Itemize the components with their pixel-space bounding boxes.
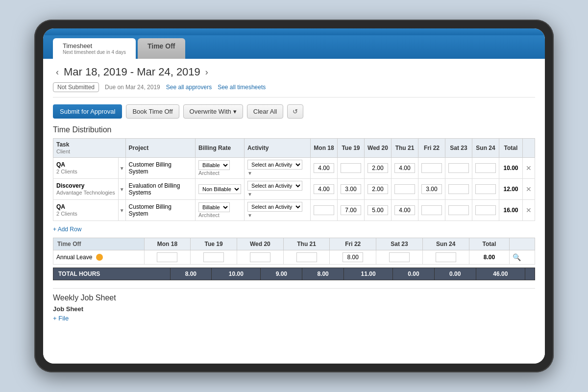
tue-input[interactable] — [341, 205, 361, 215]
refresh-button[interactable]: ↺ — [287, 104, 303, 119]
clear-all-button[interactable]: Clear All — [247, 104, 283, 119]
cell-fri[interactable] — [418, 179, 445, 200]
prev-date-arrow[interactable]: ‹ — [53, 67, 62, 77]
to-cell-mon[interactable] — [144, 250, 191, 265]
to-mon-input[interactable] — [157, 252, 177, 262]
next-date-arrow[interactable]: › — [202, 67, 211, 77]
dropdown-col[interactable]: ▼ — [118, 200, 125, 221]
billing-select[interactable]: Billable — [198, 202, 230, 212]
sat-input[interactable] — [448, 184, 469, 194]
tab-timesheet[interactable]: Timesheet Next timesheet due in 4 days — [53, 38, 136, 59]
cell-sun[interactable] — [472, 158, 499, 179]
cell-sun[interactable] — [472, 200, 499, 221]
th-activity: Activity — [245, 139, 311, 158]
cell-fri[interactable] — [418, 158, 445, 179]
tab-timeoff[interactable]: Time Off — [138, 38, 185, 59]
wed-input[interactable] — [368, 184, 388, 194]
cell-wed[interactable] — [364, 200, 391, 221]
see-timesheets-link[interactable]: See all timesheets — [218, 84, 266, 91]
to-cell-sat[interactable] — [376, 250, 423, 265]
cell-tue[interactable] — [337, 179, 364, 200]
wed-input[interactable] — [368, 163, 388, 173]
book-time-off-button[interactable]: Book Time Off — [126, 104, 179, 119]
sat-input[interactable] — [448, 163, 469, 173]
remove-cell[interactable]: ✕ — [522, 200, 535, 221]
to-search-cell[interactable]: 🔍 — [510, 250, 535, 265]
cell-fri[interactable] — [418, 200, 445, 221]
thu-input[interactable] — [394, 205, 415, 215]
mon-input[interactable] — [314, 205, 334, 215]
see-approvers-link[interactable]: See all approvers — [166, 84, 212, 91]
cell-mon[interactable] — [310, 179, 337, 200]
thu-input[interactable] — [394, 163, 415, 173]
tue-input[interactable] — [341, 184, 361, 194]
cell-sat[interactable] — [445, 200, 472, 221]
cell-wed[interactable] — [364, 179, 391, 200]
to-wed-input[interactable] — [250, 252, 270, 262]
to-cell-sun[interactable] — [422, 250, 469, 265]
total-sun: 0.00 — [434, 268, 476, 280]
total-mon: 8.00 — [170, 268, 212, 280]
tue-input[interactable] — [341, 163, 361, 173]
cell-tue[interactable] — [337, 200, 364, 221]
sat-input[interactable] — [448, 205, 469, 215]
submit-approval-button[interactable]: Submit for Approval — [53, 104, 122, 119]
remove-cell[interactable]: ✕ — [522, 158, 535, 179]
cell-mon[interactable] — [310, 158, 337, 179]
activity-cell[interactable]: Select an Activity ▼ — [245, 179, 311, 200]
remove-cell[interactable]: ✕ — [522, 179, 535, 200]
cell-wed[interactable] — [364, 158, 391, 179]
fri-input[interactable] — [421, 184, 442, 194]
thu-input[interactable] — [394, 184, 415, 194]
to-cell-fri[interactable] — [330, 250, 376, 265]
to-sat-input[interactable] — [389, 252, 410, 262]
to-cell-thu[interactable] — [283, 250, 330, 265]
dropdown-col[interactable]: ▼ — [118, 179, 125, 200]
billing-cell[interactable]: Billable Architect — [196, 158, 245, 179]
sun-input[interactable] — [475, 184, 496, 194]
search-icon[interactable]: 🔍 — [513, 253, 521, 261]
cell-mon[interactable] — [310, 200, 337, 221]
add-file-link[interactable]: + File — [53, 315, 69, 322]
to-cell-wed[interactable] — [237, 250, 284, 265]
mon-input[interactable] — [314, 163, 334, 173]
cell-sat[interactable] — [445, 179, 472, 200]
billing-cell[interactable]: Non Billable — [196, 179, 245, 200]
add-row-link[interactable]: + Add Row — [53, 224, 81, 235]
to-cell-tue[interactable] — [191, 250, 237, 265]
to-thu-input[interactable] — [296, 252, 317, 262]
dropdown-col[interactable]: ▼ — [118, 158, 125, 179]
billing-select[interactable]: Non Billable — [198, 184, 241, 194]
tablet-frame: Timesheet Next timesheet due in 4 days T… — [34, 20, 554, 372]
remove-icon[interactable]: ✕ — [526, 206, 532, 214]
cell-thu[interactable] — [391, 158, 418, 179]
cell-thu[interactable] — [391, 200, 418, 221]
sun-input[interactable] — [475, 205, 496, 215]
to-fri-input[interactable] — [343, 252, 363, 262]
activity-select[interactable]: Select an Activity — [247, 181, 302, 191]
activity-cell[interactable]: Select an Activity ▼ — [245, 158, 311, 179]
remove-icon[interactable]: ✕ — [526, 164, 532, 172]
tab-row: Timesheet Next timesheet due in 4 days T… — [43, 35, 545, 59]
sun-input[interactable] — [475, 163, 496, 173]
billing-select[interactable]: Billable — [198, 160, 230, 170]
th-sat: Sat 23 — [445, 139, 472, 158]
wed-input[interactable] — [368, 205, 388, 215]
billing-cell[interactable]: Billable Architect — [196, 200, 245, 221]
cell-tue[interactable] — [337, 158, 364, 179]
mon-input[interactable] — [314, 184, 334, 194]
to-sun-input[interactable] — [436, 252, 456, 262]
cell-thu[interactable] — [391, 179, 418, 200]
task-name-cell: QA 2 Clients — [53, 200, 119, 221]
fri-input[interactable] — [421, 205, 442, 215]
to-tue-input[interactable] — [203, 252, 224, 262]
to-th-fri: Fri 22 — [330, 238, 376, 250]
cell-sat[interactable] — [445, 158, 472, 179]
activity-select[interactable]: Select an Activity — [247, 160, 302, 170]
remove-icon[interactable]: ✕ — [526, 185, 532, 193]
fri-input[interactable] — [421, 163, 442, 173]
overwrite-with-button[interactable]: Overwrite With ▾ — [183, 104, 243, 119]
activity-select[interactable]: Select an Activity — [247, 202, 302, 212]
cell-sun[interactable] — [472, 179, 499, 200]
activity-cell[interactable]: Select an Activity ▼ — [245, 200, 311, 221]
